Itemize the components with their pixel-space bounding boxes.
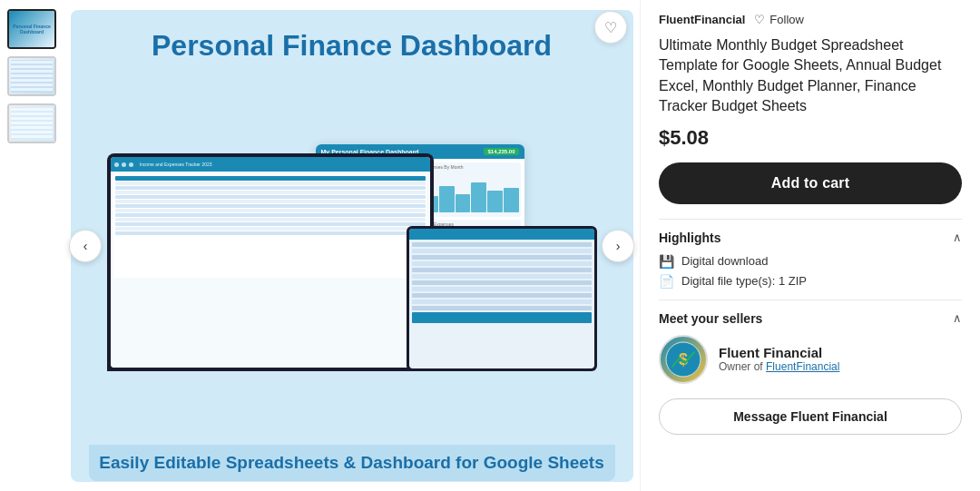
prev-image-button[interactable]: ‹ (69, 230, 102, 262)
thumbnail-1[interactable]: Personal Finance Dashboard (7, 9, 56, 49)
seller-owner-label: Owner of FluentFinancial (719, 360, 839, 373)
thumbnail-strip: Personal Finance Dashboard (0, 0, 64, 491)
main-image-title: Personal Finance Dashboard (152, 28, 552, 63)
add-to-cart-button[interactable]: Add to cart (659, 162, 962, 204)
highlight-filetype-text: Digital file type(s): 1 ZIP (681, 274, 807, 288)
highlights-section: Highlights ∧ 💾 Digital download 📄 Digita… (659, 219, 962, 289)
highlights-header: Highlights ∧ (659, 231, 962, 245)
seller-display-name: Fluent Financial (719, 345, 839, 360)
seller-owner-link[interactable]: FluentFinancial (766, 360, 839, 373)
right-panel: FluentFinancial ♡ Follow Ultimate Monthl… (640, 0, 980, 491)
message-seller-button[interactable]: Message Fluent Financial (659, 398, 962, 435)
product-price: $5.08 (659, 126, 962, 150)
tablet-mock (407, 226, 597, 371)
main-image-subtitle: Easily Editable Spreadsheets & Dashboard… (89, 445, 615, 482)
highlights-chevron-icon[interactable]: ∧ (953, 231, 962, 244)
highlights-title: Highlights (659, 231, 720, 245)
meet-sellers-title: Meet your sellers (659, 311, 762, 326)
heart-icon: ♡ (604, 19, 617, 36)
laptop-mock: Income and Expenses Tracker 2023 (107, 153, 434, 371)
follow-button[interactable]: ♡ Follow (754, 13, 804, 26)
next-image-button[interactable]: › (602, 230, 634, 262)
seller-name-link[interactable]: FluentFinancial (659, 13, 745, 26)
seller-avatar: $ (659, 335, 708, 384)
seller-info: Fluent Financial Owner of FluentFinancia… (719, 345, 839, 373)
file-icon: 📄 (659, 274, 674, 289)
meet-sellers-section: Meet your sellers ∧ $ Fluent Financial O… (659, 300, 962, 435)
thumbnail-2[interactable] (7, 56, 56, 96)
seller-logo-icon: $ (665, 341, 701, 378)
tablet-screen (409, 229, 594, 368)
main-image-area: Personal Finance Dashboard My Personal F… (64, 0, 640, 491)
wishlist-button[interactable]: ♡ (594, 11, 627, 44)
highlight-download: 💾 Digital download (659, 254, 962, 269)
product-title: Ultimate Monthly Budget Spreadsheet Temp… (659, 35, 962, 117)
main-image-container: Personal Finance Dashboard My Personal F… (71, 10, 633, 482)
seller-profile: $ Fluent Financial Owner of FluentFinanc… (659, 335, 962, 384)
dashboard-mock: My Personal Finance Dashboard $14,235.00… (107, 135, 597, 371)
heart-outline-icon: ♡ (754, 13, 765, 26)
highlight-download-text: Digital download (681, 254, 768, 268)
download-icon: 💾 (659, 254, 674, 269)
laptop-screen: Income and Expenses Tracker 2023 (111, 157, 430, 368)
meet-sellers-header: Meet your sellers ∧ (659, 311, 962, 326)
thumbnail-3[interactable] (7, 103, 56, 143)
svg-text:$: $ (679, 350, 688, 368)
meet-sellers-chevron-icon[interactable]: ∧ (953, 311, 962, 325)
seller-header: FluentFinancial ♡ Follow (659, 13, 962, 26)
highlight-filetype: 📄 Digital file type(s): 1 ZIP (659, 274, 962, 289)
follow-label: Follow (769, 13, 804, 26)
